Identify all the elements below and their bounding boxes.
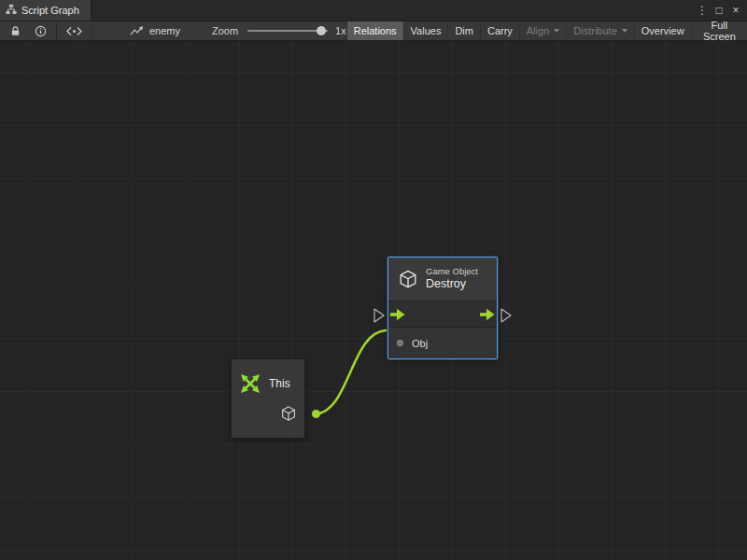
zigzag-arrow-icon <box>130 25 144 36</box>
obj-input-port[interactable] <box>397 340 403 346</box>
titlebar: Script Graph ⋮ □ × <box>0 0 747 21</box>
node-category: Game Object <box>426 266 478 277</box>
breadcrumb-graph-name[interactable]: enemy <box>130 25 180 36</box>
toolbar-button-relations[interactable]: Relations <box>346 21 403 40</box>
zoom-slider-thumb[interactable] <box>317 26 326 35</box>
graph-window-icon <box>6 4 17 17</box>
node-this-label: This <box>269 377 290 390</box>
toolbar-divider <box>92 21 92 40</box>
zoom-label: Zoom <box>212 25 238 36</box>
toolbar-divider <box>56 21 57 40</box>
tab-script-graph[interactable]: Script Graph <box>0 0 92 21</box>
info-icon[interactable] <box>31 21 50 40</box>
toolbar-buttons: Relations Values Dim Carry Align Distrib… <box>346 21 747 40</box>
edge-overlay <box>0 41 747 560</box>
graph-canvas[interactable]: This Game Object Destroy <box>0 41 747 560</box>
node-destroy[interactable]: Game Object Destroy Obj <box>388 257 498 359</box>
toolbar-button-values[interactable]: Values <box>403 21 448 40</box>
connection-edge[interactable] <box>316 330 386 414</box>
toolbar-button-carry[interactable]: Carry <box>480 21 519 40</box>
dropdown-arrow-icon <box>622 29 627 33</box>
toolbar-button-align-label: Align <box>527 25 549 36</box>
window-controls: ⋮ □ × <box>695 0 747 21</box>
node-destroy-header[interactable]: Game Object Destroy <box>388 258 497 301</box>
dropdown-arrow-icon <box>554 29 559 33</box>
cube-icon <box>398 269 418 289</box>
graph-name-label: enemy <box>149 25 180 36</box>
obj-input-label: Obj <box>412 338 428 349</box>
node-this[interactable]: This <box>231 358 305 439</box>
node-destroy-titles: Game Object Destroy <box>426 266 478 292</box>
toolbar-button-distribute-label: Distribute <box>573 25 616 36</box>
script-graph-window: Script Graph ⋮ □ × <box>0 0 747 560</box>
window-close-button[interactable]: × <box>728 1 743 20</box>
this-output-port[interactable] <box>312 410 320 418</box>
toolbar: enemy Zoom 1x Relations Values Dim Carry… <box>0 21 747 41</box>
toolbar-button-fullscreen[interactable]: Full Screen <box>691 21 747 40</box>
flow-output-port-triangle[interactable] <box>501 309 511 322</box>
toolbar-button-align: Align <box>519 21 566 40</box>
code-icon[interactable] <box>63 21 86 40</box>
window-maximize-button[interactable]: □ <box>712 1 726 20</box>
cube-icon <box>280 405 297 422</box>
zoom-value: 1x <box>335 25 346 36</box>
node-destroy-flow-row <box>388 301 497 327</box>
flow-out-arrow-icon[interactable] <box>480 308 495 321</box>
window-menu-button[interactable]: ⋮ <box>695 1 710 20</box>
node-title: Destroy <box>426 277 478 292</box>
flow-in-arrow-icon[interactable] <box>390 308 405 321</box>
tab-title: Script Graph <box>21 5 79 16</box>
toolbar-button-distribute: Distribute <box>566 21 633 40</box>
toolbar-button-overview[interactable]: Overview <box>634 21 691 40</box>
toolbar-button-dim[interactable]: Dim <box>447 21 480 40</box>
self-move-arrows-icon <box>238 371 262 396</box>
zoom-slider[interactable] <box>247 25 328 36</box>
flow-input-port-triangle[interactable] <box>374 309 384 322</box>
lock-icon[interactable] <box>6 21 25 40</box>
node-destroy-obj-row: Obj <box>388 327 497 358</box>
